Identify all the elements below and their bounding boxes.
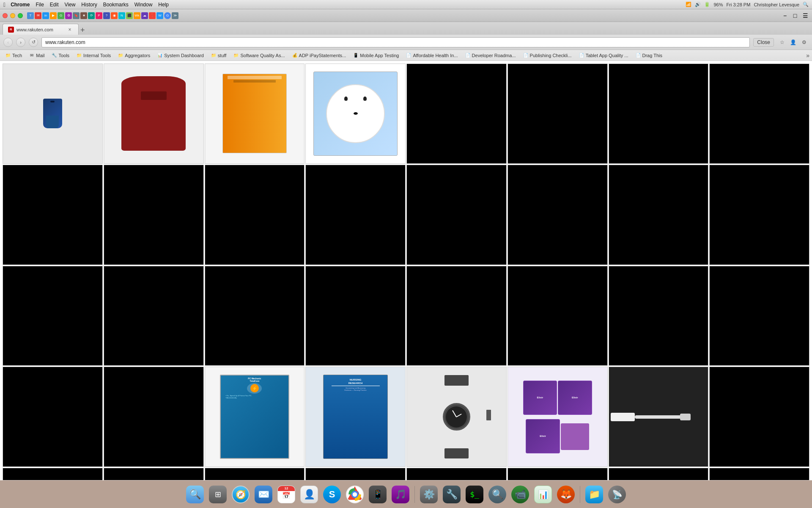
bookmark-drag-this[interactable]: 📄 Drag This — [633, 52, 665, 59]
dock-calendar[interactable]: 12 📅 — [276, 484, 297, 505]
menu-file[interactable]: File — [36, 2, 44, 8]
bookmark-system-dashboard[interactable]: 📊 System Dashboard — [154, 52, 206, 59]
ext-icon-19[interactable]: G — [164, 12, 171, 19]
dock-spotlight[interactable]: 🔍 — [487, 484, 508, 505]
settings-icon[interactable]: ⚙ — [799, 38, 809, 47]
star-icon[interactable]: ☆ — [777, 38, 787, 47]
product-cell-3-0[interactable] — [3, 367, 103, 467]
bookmark-developer-roadmap[interactable]: 📄 Developer Roadma... — [462, 52, 518, 59]
product-cell-1-3[interactable] — [305, 165, 406, 265]
ext-icon-17[interactable]: 📍 — [149, 12, 156, 19]
product-cell-1-7[interactable] — [709, 165, 809, 265]
product-cell-4-3[interactable] — [305, 468, 406, 480]
menu-chrome[interactable]: Chrome — [11, 2, 30, 8]
minimize-window-button[interactable] — [10, 13, 15, 18]
product-cell-0-0[interactable] — [3, 64, 103, 164]
product-cell-2-1[interactable] — [104, 266, 204, 366]
dock-finder-2[interactable]: 📁 — [584, 484, 605, 505]
product-cell-1-1[interactable] — [104, 165, 204, 265]
bookmark-publishing-checklist[interactable]: 📄 Publishing Checkli... — [520, 52, 574, 59]
ext-icon-12[interactable]: ◉ — [111, 12, 118, 19]
product-cell-2-0[interactable] — [3, 266, 103, 366]
product-cell-4-5[interactable] — [508, 468, 608, 480]
person-icon[interactable]: 👤 — [788, 38, 798, 47]
ext-icon-13[interactable]: N — [118, 12, 125, 19]
bookmark-internal-tools[interactable]: 📁 Internal Tools — [74, 52, 113, 59]
dock-mail[interactable]: ✉️ — [253, 484, 274, 505]
product-cell-0-2[interactable] — [205, 64, 305, 164]
ext-icon-18[interactable]: W — [156, 12, 163, 19]
product-cell-3-3[interactable]: NURSINGRESEARCH Generating and Assessing… — [305, 367, 406, 467]
product-cell-3-2[interactable]: PC MechanicTotalCare ⚡ • Fix, Speed Up &… — [205, 367, 305, 467]
product-cell-4-7[interactable] — [709, 468, 809, 480]
minimize-icon[interactable]: − — [781, 11, 789, 20]
product-cell-2-2[interactable] — [205, 266, 305, 366]
product-cell-3-1[interactable] — [104, 367, 204, 467]
maximize-window-button[interactable] — [18, 13, 23, 18]
product-cell-4-0[interactable] — [3, 468, 103, 480]
ext-icon-1[interactable]: T — [27, 12, 34, 19]
bookmark-tools[interactable]: 🔧 Tools — [49, 52, 72, 59]
hamburger-icon[interactable]: ☰ — [801, 11, 809, 20]
dock-skype[interactable]: S — [321, 484, 343, 505]
bookmark-aggregators[interactable]: 📁 Aggregators — [115, 52, 153, 59]
tab-close-button[interactable]: × — [66, 26, 73, 33]
product-cell-0-4[interactable] — [406, 64, 507, 164]
ext-icon-9[interactable]: ⟳ — [88, 12, 95, 19]
dock-terminal[interactable]: $_ — [464, 484, 485, 505]
product-cell-0-7[interactable] — [709, 64, 809, 164]
bookmark-affordable-health[interactable]: 📄 Affordable Health In... — [403, 52, 460, 59]
bookmark-mobile-testing[interactable]: 📱 Mobile App Testing — [350, 52, 401, 59]
ext-icon-8[interactable]: ★ — [80, 12, 87, 19]
product-cell-1-2[interactable] — [205, 165, 305, 265]
bookmark-stuff[interactable]: 📁 stuff — [208, 52, 229, 59]
forward-button[interactable]: › — [16, 38, 25, 47]
product-cell-1-0[interactable] — [3, 165, 103, 265]
bookmark-software-quality[interactable]: 📁 Software Quality As... — [230, 52, 287, 59]
product-cell-2-6[interactable] — [609, 266, 709, 366]
refresh-button[interactable]: ↺ — [29, 38, 38, 47]
ext-icon-6[interactable]: ⚙ — [65, 12, 72, 19]
product-cell-0-3[interactable] — [305, 64, 406, 164]
product-cell-2-4[interactable] — [406, 266, 507, 366]
dock-network-utility[interactable]: 🔧 — [441, 484, 462, 505]
product-cell-2-3[interactable] — [305, 266, 406, 366]
ext-icon-20[interactable]: ≫ — [172, 12, 178, 19]
product-cell-4-4[interactable] — [406, 468, 507, 480]
ext-icon-5[interactable]: G — [58, 12, 64, 19]
product-cell-0-5[interactable] — [508, 64, 608, 164]
menu-bookmarks[interactable]: Bookmarks — [103, 2, 129, 8]
dock-iphone[interactable]: 📱 — [367, 484, 388, 505]
ext-icon-7[interactable]: 🔖 — [73, 12, 80, 19]
product-cell-0-1[interactable] — [104, 64, 204, 164]
product-cell-1-5[interactable] — [508, 165, 608, 265]
ext-icon-3[interactable]: in — [42, 12, 49, 19]
close-window-button[interactable] — [3, 13, 8, 18]
ext-icon-4[interactable]: ▶ — [50, 12, 57, 19]
bookmark-tech[interactable]: 📁 Tech — [3, 52, 25, 59]
product-cell-4-2[interactable] — [205, 468, 305, 480]
product-cell-4-6[interactable] — [609, 468, 709, 480]
product-cell-2-7[interactable] — [709, 266, 809, 366]
menu-help[interactable]: Help — [158, 2, 169, 8]
ext-icon-14[interactable]: ⬛ — [126, 12, 133, 19]
dock-finder[interactable]: 🔍 — [184, 484, 206, 505]
dock-system-prefs[interactable]: ⚙️ — [418, 484, 439, 505]
product-cell-3-5[interactable]: Elixir Elixir Elixir — [508, 367, 608, 467]
back-button[interactable]: ‹ — [3, 38, 13, 47]
dock-itunes[interactable]: 🎵 — [390, 484, 411, 505]
bookmark-adp[interactable]: 💰 ADP iPayStatements... — [289, 52, 349, 59]
dock-activity-monitor[interactable]: 📊 — [532, 484, 554, 505]
resize-icon[interactable]: □ — [791, 11, 799, 20]
bookmarks-overflow-icon[interactable]: » — [806, 52, 809, 59]
new-tab-button[interactable]: + — [80, 26, 85, 35]
product-cell-2-5[interactable] — [508, 266, 608, 366]
url-input[interactable]: www.rakuten.com — [41, 37, 750, 47]
dock-wifi[interactable]: 📡 — [606, 484, 628, 505]
product-cell-1-4[interactable] — [406, 165, 507, 265]
product-cell-3-4[interactable] — [406, 367, 507, 467]
active-tab[interactable]: R www.rakuten.com × — [3, 24, 79, 35]
product-cell-3-6[interactable] — [609, 367, 709, 467]
close-x-button[interactable]: Close — [753, 38, 774, 47]
ext-icon-15[interactable]: Wk — [134, 12, 140, 19]
